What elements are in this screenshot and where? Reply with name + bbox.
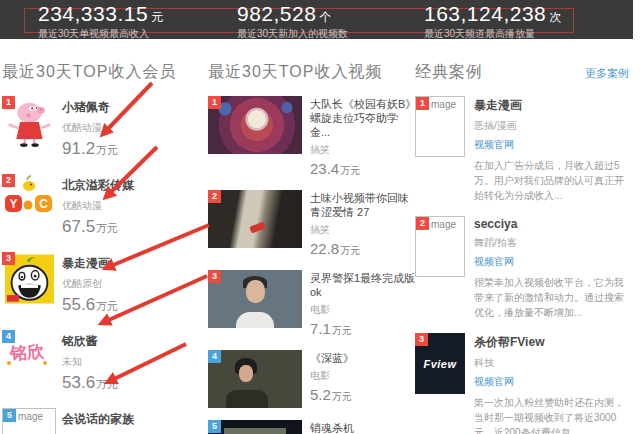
more-cases-link[interactable]: 更多案例 — [585, 66, 629, 81]
section-title-cases: 经典案例 — [415, 62, 483, 83]
thumbnail-detail — [249, 221, 266, 233]
case-name[interactable]: 暴走漫画 — [474, 97, 632, 114]
video-title[interactable]: 销魂杀机 — [310, 421, 418, 434]
stat-label: 最近30天新加入的视频数 — [237, 28, 348, 39]
member-row-5[interactable]: 5 mage 会说话的家族 优酷动漫 31.0万元 — [2, 408, 208, 434]
video-thumbnail[interactable]: 4 — [208, 350, 302, 408]
video-title[interactable]: 大队长《校园有妖B》螺旋走位巧夺助学金... — [310, 97, 418, 139]
video-income: 22.8万元 — [310, 240, 418, 258]
case-row-2[interactable]: 2 mage secciya 舞蹈/拍客 视频官网 很荣幸加入视频创收平台，它为… — [415, 216, 639, 320]
case-row-3[interactable]: 3 Fview 杀价帮FView 科技 视频官网 第一次加入粉丝赞助时还在内测，… — [415, 333, 639, 434]
thumbnail-detail — [236, 312, 274, 328]
member-name[interactable]: 铭欣酱 — [62, 333, 118, 350]
thumbnail-detail — [224, 428, 286, 434]
stats-topbar: 234,333.15元 最近30天单视频最高收入 982,528个 最近30天新… — [0, 0, 633, 39]
case-name[interactable]: secciya — [474, 217, 632, 231]
section-top-videos: 最近30天TOP收入视频 1 大队长《校园有妖B》螺旋走位巧夺助学金... 搞笑… — [208, 62, 418, 434]
case-site-link[interactable]: 视频官网 — [474, 255, 514, 269]
video-thumbnail[interactable]: 1 — [208, 96, 302, 154]
broken-image-placeholder: 5 mage — [2, 408, 56, 434]
rank-badge: 1 — [208, 96, 221, 109]
member-name[interactable]: 暴走漫画 — [62, 255, 118, 272]
member-name[interactable]: 小猪佩奇 — [62, 99, 118, 116]
video-row-4[interactable]: 4 《深蓝》 电影 5.2万元 — [208, 350, 418, 408]
video-row-2[interactable]: 2 土味小视频带你回味青涩爱情 27 搞笑 22.8万元 — [208, 190, 418, 258]
section-classic-cases: 经典案例 更多案例 1 mage 暴走漫画 恶搞/漫画 视频官网 在加入广告分成… — [415, 62, 639, 434]
member-avatar-peppa-pig[interactable]: 1 — [2, 96, 58, 159]
video-category: 搞笑 — [310, 223, 418, 237]
stat-unit: 元 — [151, 10, 164, 24]
video-row-1[interactable]: 1 大队长《校园有妖B》螺旋走位巧夺助学金... 搞笑 23.4万元 — [208, 96, 418, 178]
member-income: 67.5万元 — [62, 217, 134, 237]
member-row-4[interactable]: 4 铭欣 铭欣酱 未知 53.6万元 — [2, 330, 208, 393]
member-row-3[interactable]: 3 暴走漫画 优酷原创 55.6万元 — [2, 252, 208, 315]
broken-image-alt-text: mage — [18, 411, 43, 422]
case-description: 在加入广告分成后，月收入超过5万。用户对我们品牌的认可真正开始转化为分成收入..… — [474, 158, 632, 203]
video-thumbnail[interactable]: 2 — [208, 190, 302, 248]
broken-image-alt-text: mage — [431, 219, 456, 230]
section-title-videos: 最近30天TOP收入视频 — [208, 62, 418, 83]
video-title[interactable]: 土味小视频带你回味青涩爱情 27 — [310, 191, 418, 219]
rank-badge: 2 — [208, 190, 221, 203]
video-income: 7.1万元 — [310, 320, 418, 338]
section-top-members: 最近30天TOP收入会员 1 — [2, 62, 208, 434]
member-name[interactable]: 北京溢彩传媒 — [62, 177, 134, 194]
member-income: 53.6万元 — [62, 373, 118, 393]
rank-badge: 2 — [2, 174, 15, 187]
svg-text:C: C — [39, 197, 48, 211]
video-title[interactable]: 《深蓝》 — [310, 351, 418, 365]
member-income: 91.2万元 — [62, 139, 118, 159]
video-category: 电影 — [310, 303, 418, 317]
video-row-3[interactable]: 3 灵界警探1最终完成版ok 电影 7.1万元 — [208, 270, 418, 338]
rank-badge: 5 — [208, 420, 221, 433]
fview-logo-text: Fview — [423, 358, 456, 370]
video-income: 5.2万元 — [310, 386, 418, 404]
case-site-link[interactable]: 视频官网 — [474, 375, 514, 389]
video-income: 23.4万元 — [310, 160, 418, 178]
case-category: 科技 — [474, 356, 632, 370]
member-avatar-mingxin[interactable]: 4 铭欣 — [2, 330, 58, 393]
member-avatar-broken-image[interactable]: 5 mage — [2, 408, 58, 434]
member-row-2[interactable]: 2 Y C 北京溢彩传媒 优酷动漫 67.5万元 — [2, 174, 208, 237]
broken-image-alt-text: mage — [431, 99, 456, 110]
svg-text:Y: Y — [9, 197, 17, 211]
rank-badge: 4 — [208, 350, 221, 363]
case-name[interactable]: 杀价帮FView — [474, 334, 632, 351]
case-category: 舞蹈/拍客 — [474, 236, 632, 250]
member-avatar-ylc-logo[interactable]: 2 Y C — [2, 174, 58, 237]
member-category: 未知 — [62, 355, 118, 369]
case-image-broken: 2 mage — [415, 216, 465, 277]
case-site-link[interactable]: 视频官网 — [474, 138, 514, 152]
rank-badge: 3 — [415, 333, 428, 346]
rank-badge: 1 — [2, 96, 15, 109]
video-thumbnail[interactable]: 5 — [208, 420, 302, 434]
case-description: 第一次加入粉丝赞助时还在内测，当时那一期视频收到了将近3000元，近200条付费… — [474, 395, 632, 434]
case-image-fview-logo: 3 Fview — [415, 333, 465, 394]
thumbnail-detail — [246, 280, 265, 303]
video-row-5[interactable]: 5 销魂杀机 微电影 4.2万元 — [208, 420, 418, 434]
stat-label: 最近30天频道最高播放量 — [424, 28, 562, 39]
case-image-broken: 1 mage — [415, 96, 465, 157]
video-title[interactable]: 灵界警探1最终完成版ok — [310, 271, 418, 299]
rank-badge: 3 — [208, 270, 221, 283]
svg-text:铭欣: 铭欣 — [8, 342, 45, 363]
member-name[interactable]: 会说话的家族 — [62, 411, 134, 428]
video-thumbnail[interactable]: 3 — [208, 270, 302, 328]
rank-badge: 4 — [2, 330, 15, 343]
stat-new-videos: 982,528个 最近30天新加入的视频数 — [237, 3, 348, 39]
stat-top-video-income: 234,333.15元 最近30天单视频最高收入 — [38, 3, 164, 39]
thumbnail-detail — [226, 390, 268, 408]
rank-badge: 3 — [2, 252, 15, 265]
member-income: 55.6万元 — [62, 295, 118, 315]
case-description: 很荣幸加入视频创收平台，它为我带来了新的激情和动力。通过搜索优化，播放量不断增加… — [474, 275, 632, 320]
case-row-1[interactable]: 1 mage 暴走漫画 恶搞/漫画 视频官网 在加入广告分成后，月收入超过5万。… — [415, 96, 639, 203]
member-row-1[interactable]: 1 小猪佩奇 优酷动漫 — [2, 96, 208, 159]
video-category: 电影 — [310, 369, 418, 383]
rank-badge: 5 — [3, 409, 16, 422]
video-category: 搞笑 — [310, 143, 418, 157]
member-avatar-rage-comic[interactable]: 3 — [2, 252, 58, 315]
stat-label: 最近30天单视频最高收入 — [38, 28, 164, 39]
stat-top-channel-plays: 163,124,238次 最近30天频道最高播放量 — [424, 3, 562, 39]
stat-value: 234,333.15 — [38, 2, 148, 25]
member-category: 优酷原创 — [62, 277, 118, 291]
